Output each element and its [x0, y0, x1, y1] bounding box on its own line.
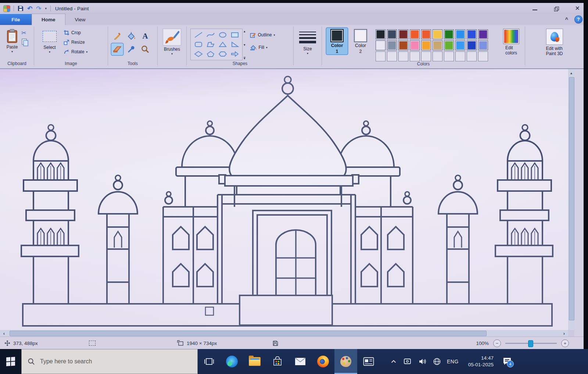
palette-swatch[interactable]: [478, 29, 488, 39]
paste-button[interactable]: Paste ▾: [3, 28, 21, 53]
qat-customize-caret-icon[interactable]: ▾: [45, 7, 47, 10]
vertical-scrollbar[interactable]: ▴: [568, 69, 574, 330]
outline-button[interactable]: Outline ▾: [250, 30, 275, 40]
edit-colors-button[interactable]: Editcolors: [498, 28, 524, 55]
undo-icon[interactable]: ↶: [27, 6, 32, 12]
scroll-right-icon[interactable]: ›: [560, 330, 568, 337]
minimize-button[interactable]: [533, 10, 537, 10]
network-globe-icon[interactable]: [433, 357, 441, 366]
file-explorer-button[interactable]: [243, 349, 266, 374]
palette-swatch[interactable]: [433, 40, 442, 50]
close-button[interactable]: ✕: [575, 6, 580, 11]
palette-swatch[interactable]: [433, 29, 442, 39]
save-icon[interactable]: [18, 6, 24, 11]
collapse-ribbon-icon[interactable]: ^: [565, 17, 568, 22]
copy-icon[interactable]: [21, 38, 29, 46]
store-button[interactable]: [266, 349, 289, 374]
task-view-button[interactable]: [198, 349, 220, 374]
palette-swatch[interactable]: [387, 29, 397, 39]
tab-home[interactable]: Home: [32, 14, 65, 25]
palette-swatch[interactable]: [410, 40, 420, 50]
pencil-tool[interactable]: [111, 30, 123, 42]
language-indicator[interactable]: ENG: [447, 359, 459, 364]
palette-swatch[interactable]: [455, 29, 465, 39]
palette-swatch[interactable]: [398, 40, 408, 50]
curve-shape-icon[interactable]: [206, 32, 215, 38]
meet-now-icon[interactable]: [404, 358, 412, 365]
palette-swatch[interactable]: [478, 40, 488, 50]
fill-tool[interactable]: [125, 30, 137, 42]
magnifier-tool[interactable]: [139, 43, 151, 55]
zoom-in-button[interactable]: +: [561, 339, 569, 347]
shapes-gallery-more-icon[interactable]: ▾: [244, 57, 245, 60]
pentagon-shape-icon[interactable]: [206, 51, 215, 57]
palette-swatch[interactable]: [467, 51, 477, 61]
zoom-slider[interactable]: [505, 343, 557, 344]
text-tool[interactable]: A: [139, 30, 151, 42]
line-shape-icon[interactable]: [194, 32, 203, 38]
volume-icon[interactable]: [418, 358, 427, 365]
eraser-tool[interactable]: [111, 43, 123, 55]
scroll-up-icon[interactable]: ▴: [568, 69, 574, 76]
palette-swatch[interactable]: [398, 51, 408, 61]
firefox-button[interactable]: [312, 349, 334, 374]
edit-with-paint3d-button[interactable]: Edit withPaint 3D: [536, 28, 573, 56]
palette-swatch[interactable]: [376, 40, 386, 50]
resize-button[interactable]: Resize: [64, 37, 87, 47]
tab-file[interactable]: File: [0, 14, 32, 25]
fill-button[interactable]: Fill ▾: [250, 43, 275, 52]
palette-swatch[interactable]: [444, 51, 454, 61]
shapes-scroll-down-icon[interactable]: ▾: [244, 43, 245, 47]
scroll-left-icon[interactable]: ‹: [0, 330, 8, 337]
horizontal-scrollbar[interactable]: ‹ ›: [0, 330, 568, 337]
tab-view[interactable]: View: [65, 14, 95, 25]
cut-icon[interactable]: ✂: [21, 30, 29, 36]
taskbar-search[interactable]: Type here to search: [21, 349, 198, 374]
ellipse-shape-icon[interactable]: [218, 32, 227, 38]
size-button[interactable]: Size ▾: [296, 28, 319, 55]
palette-swatch[interactable]: [421, 40, 431, 50]
palette-swatch[interactable]: [444, 40, 454, 50]
mail-button[interactable]: [289, 349, 312, 374]
palette-swatch[interactable]: [421, 29, 431, 39]
palette-swatch[interactable]: [410, 51, 420, 61]
select-button[interactable]: Select ▾: [39, 28, 60, 54]
hexagon-shape-icon[interactable]: [218, 51, 227, 57]
rectangle-shape-icon[interactable]: [230, 32, 239, 38]
palette-swatch[interactable]: [455, 40, 465, 50]
palette-swatch[interactable]: [444, 29, 454, 39]
diamond-shape-icon[interactable]: [194, 51, 203, 57]
palette-swatch[interactable]: [376, 51, 386, 61]
start-button[interactable]: [0, 349, 21, 374]
restore-button[interactable]: [554, 7, 558, 11]
zoom-slider-thumb[interactable]: [528, 340, 533, 347]
palette-swatch[interactable]: [421, 51, 431, 61]
palette-swatch[interactable]: [455, 51, 465, 61]
brushes-button[interactable]: Brushes ▾: [160, 28, 184, 55]
paint-taskbar-button[interactable]: [334, 349, 357, 374]
rotate-button[interactable]: Rotate ▾: [64, 47, 87, 57]
palette-swatch[interactable]: [398, 29, 408, 39]
redo-icon[interactable]: ↷: [36, 6, 41, 12]
palette-swatch[interactable]: [376, 29, 386, 39]
taskbar-clock[interactable]: 14:47 05-01-2025: [468, 355, 494, 368]
edge-button[interactable]: [220, 349, 243, 374]
help-icon[interactable]: ?: [575, 16, 582, 23]
color-picker-tool[interactable]: [125, 43, 137, 55]
palette-swatch[interactable]: [387, 40, 397, 50]
triangle-shape-icon[interactable]: [218, 41, 227, 48]
right-triangle-shape-icon[interactable]: [230, 41, 239, 48]
drawing-canvas[interactable]: [0, 69, 568, 330]
polygon-shape-icon[interactable]: [206, 41, 215, 48]
palette-swatch[interactable]: [410, 29, 420, 39]
palette-swatch[interactable]: [467, 29, 477, 39]
tray-chevron-up-icon[interactable]: [390, 358, 398, 365]
palette-swatch[interactable]: [387, 51, 397, 61]
crop-button[interactable]: Crop: [64, 28, 87, 37]
zoom-out-button[interactable]: −: [493, 339, 501, 347]
palette-swatch[interactable]: [433, 51, 442, 61]
vertical-scrollbar-thumb[interactable]: [569, 77, 574, 320]
rounded-rectangle-shape-icon[interactable]: [194, 41, 203, 48]
horizontal-scrollbar-thumb[interactable]: [10, 331, 487, 336]
palette-swatch[interactable]: [467, 40, 477, 50]
